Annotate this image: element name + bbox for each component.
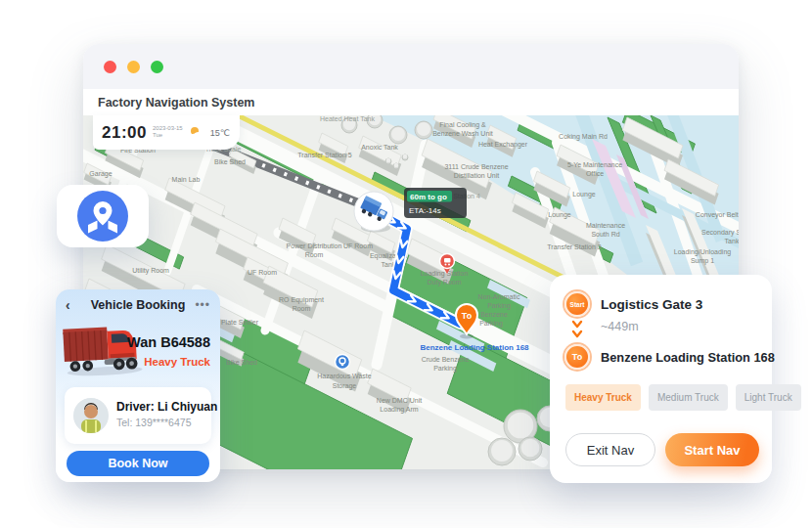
to-badge-label: To	[572, 352, 582, 362]
start-badge-label: Start	[570, 301, 585, 308]
driver-avatar	[73, 398, 109, 433]
svg-text:ETA:-14s: ETA:-14s	[409, 206, 441, 215]
map-label: Benzene Loading Station 168	[420, 343, 529, 352]
map-label: 3111 Crude Benzene	[444, 163, 508, 170]
map-label: Duty Room	[427, 279, 461, 286]
driver-name: Driver: Li Chiyuan	[116, 400, 217, 414]
map-label: RO Equipment	[279, 296, 324, 304]
driver-info-card: Driver: Li Chiyuan Tel: 139****6475	[65, 387, 211, 444]
screenshot-root: Factory Navigation System Fire StationGa…	[0, 0, 812, 528]
truck-type-medium[interactable]: Medium Truck	[649, 384, 728, 411]
location-pin-icon	[75, 189, 130, 243]
vehicle-booking-card: ‹ Vehicle Booking ••• Wan B64588 H	[56, 289, 220, 482]
locate-me-button[interactable]	[57, 185, 149, 247]
map-label: Conveyor Belt Area	[696, 211, 739, 219]
start-nav-button[interactable]: Start Nav	[665, 433, 759, 466]
eta-tooltip: 60m to go ETA:-14s	[404, 188, 467, 218]
clock-widget: 21:00 2023-03-15 Tue 15℃	[93, 115, 240, 150]
map-label: Sump 1	[691, 257, 714, 265]
truck-type-light[interactable]: Light Truck	[736, 384, 801, 411]
book-now-button[interactable]: Book Now	[67, 451, 209, 476]
map-label: Maintenance	[586, 222, 625, 229]
map-label: Room	[293, 305, 311, 312]
map-label: New DMC Unit	[377, 397, 422, 404]
map-label: Benzene Wash Unit	[432, 130, 493, 137]
map-label: Parking	[487, 302, 511, 310]
map-label: Lounge	[572, 191, 595, 198]
driver-phone: Tel: 139****6475	[116, 417, 191, 428]
map-label: Heated Heat Tank	[320, 115, 375, 122]
route-distance: ~449m	[601, 320, 639, 333]
page-title: Factory Navigation System	[83, 89, 739, 115]
map-label: Room	[305, 251, 324, 258]
clock-time: 21:00	[102, 123, 147, 143]
map-label: Benzene	[480, 311, 508, 318]
map-label: Transfer Station 5	[297, 152, 351, 158]
map-label: Secondary Sed	[701, 229, 739, 237]
map-label: Loading/Unloading	[674, 248, 731, 256]
map-label: Office	[586, 170, 604, 177]
map-label: Anoxic Tank	[361, 144, 398, 151]
route-start-badge: Start	[564, 291, 590, 317]
plate-number: Wan B64588	[127, 334, 210, 350]
clock-date: 2023-03-15	[153, 125, 183, 132]
hazardous-waste-poi-marker[interactable]	[336, 355, 350, 370]
map-label: Transfer Station 3	[547, 243, 601, 250]
map-label: Plate Settler	[221, 319, 259, 326]
map-label: Bike Shed	[214, 158, 246, 165]
map-label: Main Lab	[172, 176, 201, 183]
map-label: Storage	[333, 382, 357, 390]
map-label: Lounge	[548, 211, 570, 219]
map-label: UF Room	[343, 242, 373, 249]
map-label: Parking	[433, 365, 457, 373]
map-label: Crude Benzene	[422, 356, 470, 363]
route-destination: Benzene Loading Station 168	[601, 350, 775, 365]
window-titlebar	[83, 44, 739, 89]
map-label: Bike Shed	[226, 359, 257, 366]
route-origin: Logistics Gate 3	[601, 297, 702, 312]
map-label: Power Distribution	[287, 242, 342, 249]
maximize-window-button[interactable]	[151, 61, 163, 73]
svg-text:60m to go: 60m to go	[410, 193, 447, 201]
map-label: 5-Ye Maintenance	[567, 161, 622, 168]
close-window-button[interactable]	[104, 61, 116, 73]
map-label: Loading Arm	[380, 406, 418, 414]
map-label: Non-Aromatic	[478, 293, 520, 300]
exit-nav-button[interactable]: Exit Nav	[565, 433, 655, 466]
map-label: UF Room	[248, 269, 277, 276]
map-label: Hazardous Waste	[317, 373, 371, 379]
route-panel: Start To Logistics Gate 3 ~449m Benzene …	[550, 275, 772, 483]
map-label: Distillation Unit	[454, 172, 499, 179]
map-label: Final Cooling &	[439, 121, 486, 129]
booking-card-header: ‹ Vehicle Booking •••	[56, 296, 220, 314]
svg-text:To: To	[462, 311, 473, 321]
minimize-window-button[interactable]	[127, 61, 140, 73]
more-options-icon[interactable]: •••	[195, 298, 210, 312]
map-label: Heat Exchanger	[478, 141, 528, 149]
map-label: Utility Room	[132, 267, 169, 275]
clock-weekday: Tue	[153, 132, 183, 139]
map-label: Parking	[479, 320, 503, 328]
temperature-label: 15℃	[210, 128, 230, 138]
map-label: Garage	[89, 170, 112, 178]
map-label: Coking Main Rd	[559, 133, 608, 141]
map-label: South Rd	[591, 231, 619, 238]
back-chevron-icon[interactable]: ‹	[66, 298, 70, 312]
truck-type-selector: Heavy Truck Medium Truck Light Truck	[565, 384, 801, 411]
truck-type-heavy[interactable]: Heavy Truck	[565, 384, 641, 411]
map-label: Loading Station	[421, 270, 469, 278]
sun-cloud-icon	[189, 126, 204, 140]
route-connector-icon	[571, 319, 583, 342]
vehicle-type-label: Heavy Truck	[144, 356, 210, 368]
route-to-badge: To	[564, 344, 590, 370]
map-label: Tank	[725, 238, 739, 244]
